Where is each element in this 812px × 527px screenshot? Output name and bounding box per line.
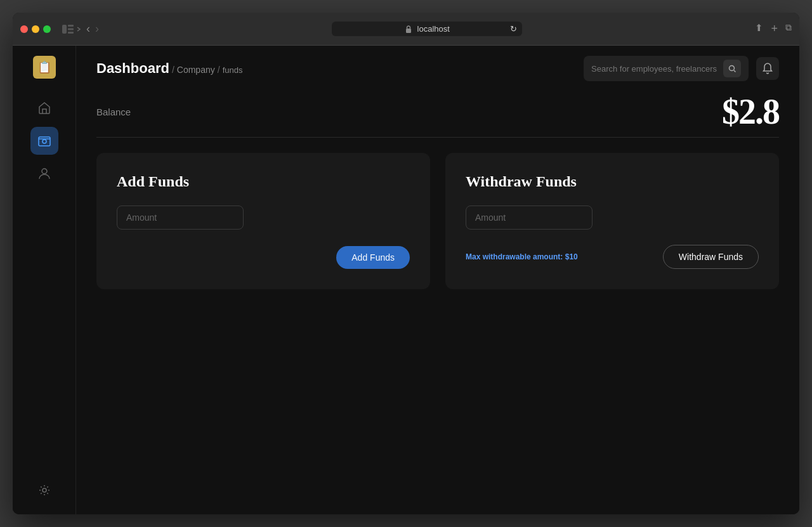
url-text: localhost bbox=[417, 24, 450, 34]
tabs-icon[interactable]: ⧉ bbox=[785, 22, 792, 36]
add-funds-footer: Add Funds bbox=[117, 246, 410, 269]
add-funds-button[interactable]: Add Funds bbox=[336, 246, 410, 269]
header: Dashboard / Company / funds bbox=[76, 46, 799, 91]
balance-label: Balance bbox=[96, 107, 131, 117]
home-icon bbox=[37, 101, 51, 115]
svg-rect-5 bbox=[39, 137, 50, 146]
search-bar bbox=[584, 56, 749, 81]
traffic-lights bbox=[20, 25, 51, 33]
app-container: 📋 bbox=[13, 46, 799, 514]
sidebar: 📋 bbox=[13, 46, 76, 514]
withdraw-funds-input-wrapper bbox=[466, 205, 759, 230]
page-content: Balance $2.8 Add Funds Add Funds bbox=[76, 91, 799, 514]
withdraw-funds-footer: Max withdrawable amount: $10 Withdraw Fu… bbox=[466, 245, 759, 269]
header-right bbox=[584, 56, 779, 81]
breadcrumb-funds: funds bbox=[223, 65, 243, 75]
cards-container: Add Funds Add Funds Withdraw Funds bbox=[96, 153, 779, 289]
svg-point-8 bbox=[43, 488, 46, 492]
add-funds-title: Add Funds bbox=[117, 173, 410, 190]
search-button[interactable] bbox=[723, 60, 741, 77]
svg-rect-2 bbox=[68, 28, 74, 30]
balance-value: $2.8 bbox=[722, 92, 779, 131]
svg-rect-3 bbox=[68, 32, 74, 34]
breadcrumb-company: Company bbox=[177, 65, 215, 75]
sidebar-toggle[interactable] bbox=[62, 25, 81, 34]
search-icon bbox=[728, 65, 737, 73]
breadcrumb-dashboard: Dashboard bbox=[96, 60, 169, 77]
withdraw-funds-title: Withdraw Funds bbox=[466, 173, 759, 190]
balance-amount: $2.8 bbox=[722, 91, 779, 132]
share-icon[interactable]: ⬆ bbox=[755, 22, 763, 36]
browser-actions: ⬆ + ⧉ bbox=[755, 22, 792, 36]
browser-nav: ‹ › bbox=[86, 22, 99, 36]
sidebar-item-funds[interactable] bbox=[30, 127, 58, 155]
balance-section: Balance $2.8 bbox=[96, 91, 779, 138]
traffic-light-minimize[interactable] bbox=[32, 25, 39, 33]
funds-icon bbox=[37, 134, 51, 148]
svg-point-9 bbox=[729, 65, 734, 70]
sidebar-item-home[interactable] bbox=[30, 94, 58, 122]
traffic-light-maximize[interactable] bbox=[43, 25, 51, 33]
max-withdraw-info: Max withdrawable amount: $10 bbox=[466, 252, 578, 261]
nav-back[interactable]: ‹ bbox=[86, 22, 90, 36]
add-funds-amount-input[interactable] bbox=[117, 205, 244, 230]
lock-icon bbox=[405, 25, 412, 34]
bell-icon bbox=[763, 63, 773, 74]
sidebar-item-users[interactable] bbox=[30, 160, 58, 188]
notification-button[interactable] bbox=[756, 57, 779, 80]
search-input[interactable] bbox=[591, 64, 718, 74]
refresh-icon[interactable]: ↻ bbox=[510, 24, 517, 34]
new-tab-icon[interactable]: + bbox=[771, 22, 778, 36]
withdraw-funds-button[interactable]: Withdraw Funds bbox=[663, 245, 759, 269]
add-funds-card: Add Funds Add Funds bbox=[96, 153, 430, 289]
sidebar-nav bbox=[30, 94, 58, 476]
breadcrumb-sep1: / bbox=[172, 65, 174, 75]
svg-rect-4 bbox=[406, 29, 411, 33]
svg-point-6 bbox=[43, 140, 46, 143]
breadcrumb-sep2: / bbox=[218, 65, 220, 75]
sidebar-item-settings[interactable] bbox=[30, 476, 58, 504]
withdraw-funds-amount-input[interactable] bbox=[466, 205, 593, 230]
address-bar: localhost ↻ bbox=[104, 22, 750, 36]
svg-rect-1 bbox=[68, 25, 74, 27]
gear-icon bbox=[38, 484, 51, 497]
add-funds-input-wrapper bbox=[117, 205, 410, 230]
sidebar-bottom bbox=[30, 476, 58, 504]
nav-forward[interactable]: › bbox=[95, 22, 99, 36]
address-bar-inner[interactable]: localhost ↻ bbox=[332, 22, 522, 36]
traffic-light-close[interactable] bbox=[20, 25, 28, 33]
svg-point-7 bbox=[42, 169, 47, 174]
max-withdraw-prefix: Max withdrawable amount: bbox=[466, 252, 563, 261]
main-content: Dashboard / Company / funds bbox=[76, 46, 799, 514]
users-icon bbox=[37, 167, 51, 181]
sidebar-logo: 📋 bbox=[33, 56, 56, 79]
svg-rect-0 bbox=[62, 25, 67, 34]
breadcrumb: Dashboard / Company / funds bbox=[96, 60, 242, 77]
browser-chrome: ‹ › localhost ↻ ⬆ + ⧉ bbox=[13, 13, 799, 46]
max-withdraw-value: $10 bbox=[565, 252, 578, 261]
logo-icon: 📋 bbox=[37, 60, 51, 74]
withdraw-funds-card: Withdraw Funds Max withdrawable amount: … bbox=[445, 153, 779, 289]
